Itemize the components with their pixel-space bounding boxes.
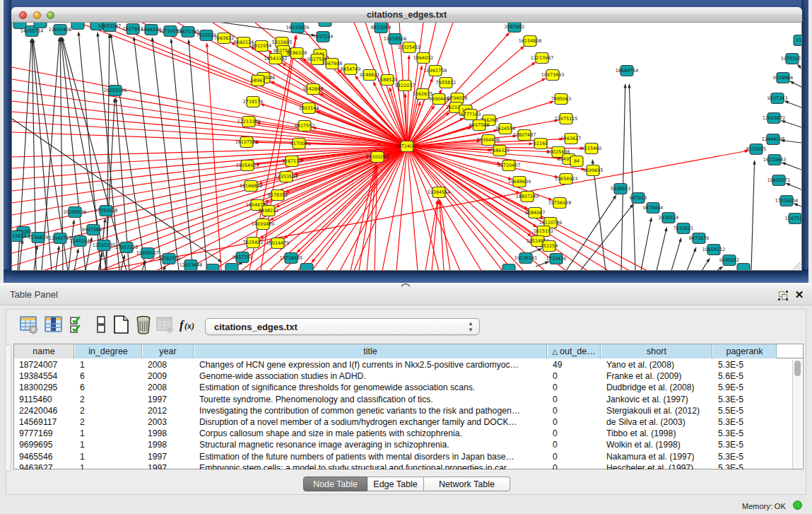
table-row[interactable]: 946362711997Embryonic stem cells: a mode… [14, 462, 803, 469]
graph-edge[interactable] [134, 39, 162, 271]
node-label: 7857224 [313, 34, 333, 40]
node-label: 7485063 [551, 96, 571, 102]
graph-edge[interactable] [74, 251, 78, 271]
graph-edge[interactable] [671, 240, 681, 271]
cell-name: 9115460 [14, 394, 74, 405]
teal-node[interactable] [319, 23, 331, 27]
scrollbar-thumb[interactable] [794, 361, 801, 376]
select-columns-icon[interactable] [44, 315, 64, 334]
graph-edge[interactable] [407, 146, 481, 271]
new-file-icon[interactable] [111, 315, 131, 334]
network-view-window: citations_edges.txt 76638228660124891295… [11, 7, 802, 271]
trash-icon[interactable] [134, 315, 153, 334]
column-header-out_de[interactable]: △out_de… [548, 344, 601, 358]
graph-edge[interactable] [629, 86, 635, 271]
graph-edge[interactable] [751, 163, 755, 271]
cell-name: 9463627 [14, 462, 74, 469]
node-label: 16644754 [616, 68, 639, 74]
cell-title: Genome-wide association studies in ADHD. [194, 370, 547, 382]
table-row[interactable]: 946554611997Estimation of the future num… [14, 451, 803, 462]
canvas-resize-grip[interactable] [791, 259, 801, 269]
import-table-icon[interactable] [155, 315, 175, 334]
graph-edge[interactable] [784, 163, 801, 170]
graph-edge[interactable] [407, 146, 502, 271]
edge-arrowhead [678, 238, 681, 243]
network-canvas[interactable]: 7663822866012489129545322605932750316543… [11, 23, 802, 271]
graph-edge[interactable] [621, 86, 625, 271]
network-window-titlebar[interactable]: citations_edges.txt [11, 7, 802, 23]
table-row[interactable]: 1938455462009Genome-wide association stu… [14, 370, 803, 382]
graph-edge[interactable] [12, 146, 407, 168]
column-header-pagerank[interactable]: pagerank [713, 344, 777, 358]
cell-year: 2008 [143, 359, 194, 370]
node-label: 8427552 [295, 123, 314, 129]
graph-edge[interactable] [687, 250, 695, 271]
float-panel-icon[interactable] [778, 291, 789, 300]
graph-edge[interactable] [425, 202, 437, 271]
graph-edge[interactable] [657, 230, 666, 271]
table-row[interactable]: 2242004622012Investigating the contribut… [14, 405, 803, 416]
table-settings-icon[interactable] [19, 315, 39, 334]
function-icon[interactable]: f (x) [179, 315, 199, 334]
tab-network-table[interactable]: Network Table [424, 477, 510, 491]
graph-edge[interactable] [189, 42, 207, 271]
graph-edge[interactable] [407, 146, 418, 271]
graph-edge[interactable] [121, 257, 124, 271]
edge-arrowhead [623, 83, 626, 88]
cell-out_de: 0 [548, 439, 601, 450]
column-header-in_degree[interactable]: in_degree [75, 344, 142, 358]
edge-arrowhead [592, 159, 594, 164]
graph-edge[interactable] [56, 248, 59, 271]
cell-pagerank: 5.3E-5 [713, 439, 777, 450]
graph-edge[interactable] [702, 260, 709, 271]
table-source-dropdown[interactable]: citations_edges.txt ▲▼ [205, 318, 480, 335]
graph-edge[interactable] [12, 146, 407, 215]
teal-node[interactable] [300, 264, 313, 271]
graph-edge[interactable] [788, 184, 801, 189]
graph-edge[interactable] [641, 220, 651, 271]
teal-node[interactable] [206, 264, 219, 271]
table-row[interactable]: 977716911998Corpus callosum shape and si… [14, 428, 803, 439]
teal-node[interactable] [34, 23, 47, 28]
teal-node[interactable] [737, 264, 750, 271]
graph-edge[interactable] [787, 102, 801, 107]
graph-edge[interactable] [396, 146, 407, 271]
cell-name: 19384554 [14, 370, 74, 382]
column-header-name[interactable]: name [14, 344, 74, 358]
select-all-icon[interactable] [69, 315, 88, 334]
node-label: 917006 [290, 141, 307, 146]
tab-edge-table[interactable]: Edge Table [367, 477, 424, 491]
graph-edge[interactable] [407, 146, 647, 271]
column-header-year[interactable]: year [143, 344, 194, 358]
split-pane-grip-icon[interactable] [399, 281, 412, 287]
table-row[interactable]: 969969511998Structural magnetic resonanc… [14, 439, 803, 450]
table-row[interactable]: 911546021997Tourette syndrome. Phenomeno… [14, 394, 803, 405]
column-header-title[interactable]: title [194, 344, 547, 358]
graph-edge[interactable] [407, 146, 566, 271]
table-row[interactable]: 1830029562008Estimation of significance … [14, 382, 803, 393]
table-panel-titlebar: Table Panel ✕ [0, 283, 812, 305]
graph-edge[interactable] [69, 222, 73, 271]
graph-edge[interactable] [783, 121, 801, 127]
graph-edge[interactable] [19, 242, 22, 271]
table-vertical-scrollbar[interactable] [792, 360, 801, 469]
cell-pagerank: 5.3E-5 [713, 359, 777, 370]
node-label: 8498222 [259, 208, 278, 214]
teal-node[interactable] [502, 264, 515, 271]
node-label: 16782759 [158, 256, 181, 262]
desktop-gradient-left [4, 0, 11, 269]
cell-out_de: 0 [548, 462, 601, 469]
close-panel-icon[interactable]: ✕ [794, 288, 804, 300]
graph-edge[interactable] [783, 141, 801, 143]
graph-edge[interactable] [207, 45, 221, 271]
cell-title: Tourette syndrome. Phenomenology and cla… [194, 394, 547, 405]
table-toolbar: f (x) citations_edges.txt ▲▼ [6, 310, 806, 341]
table-row[interactable]: 1872400712008Changes of HCN gene express… [14, 359, 803, 370]
table-row[interactable]: 1456911722003Disruption of a novel membe… [14, 416, 803, 428]
teal-node[interactable] [71, 23, 84, 30]
tab-node-table[interactable]: Node Table [303, 477, 367, 491]
cell-pagerank: 5.3E-5 [713, 394, 777, 405]
column-header-short[interactable]: short [601, 344, 712, 358]
teal-node[interactable] [225, 264, 238, 271]
rows-icon[interactable] [91, 315, 111, 334]
